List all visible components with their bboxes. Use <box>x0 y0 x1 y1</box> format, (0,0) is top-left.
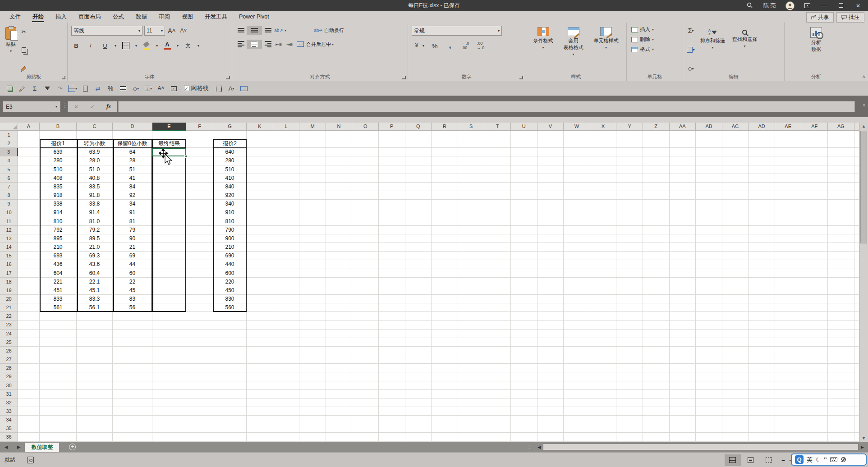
cell-C17[interactable]: 60.4 <box>77 269 113 278</box>
cell-F14[interactable] <box>186 243 213 252</box>
cell-AG5[interactable] <box>828 165 854 174</box>
cell-U30[interactable] <box>511 381 537 390</box>
cell-AD15[interactable] <box>749 252 775 260</box>
cell-N1[interactable] <box>326 131 353 139</box>
cell-W6[interactable] <box>564 174 590 183</box>
cell-M1[interactable] <box>299 131 326 139</box>
cell-G29[interactable] <box>213 372 247 381</box>
cell-AA3[interactable] <box>670 148 696 156</box>
cell-X19[interactable] <box>590 286 617 295</box>
cell-W12[interactable] <box>564 226 590 234</box>
cell-V19[interactable] <box>537 286 564 295</box>
cell-O21[interactable] <box>352 303 379 312</box>
cell-Q28[interactable] <box>405 364 432 372</box>
cell-O19[interactable] <box>352 286 379 295</box>
cell-AB7[interactable] <box>696 183 722 191</box>
ime-language-toggle[interactable]: 英 <box>807 456 813 464</box>
cell-D3[interactable]: 64 <box>113 148 152 156</box>
cell-A14[interactable] <box>18 243 40 252</box>
cell-AD21[interactable] <box>749 303 775 312</box>
cell-N36[interactable] <box>326 433 353 441</box>
cell-K8[interactable] <box>247 191 273 200</box>
cell-V22[interactable] <box>537 312 564 320</box>
insert-cells-button[interactable]: 插入▾ <box>629 25 680 34</box>
cell-Y17[interactable] <box>616 269 643 278</box>
cell-T17[interactable] <box>484 269 511 278</box>
format-as-table-button[interactable]: 套用 表格格式▾ <box>561 25 586 73</box>
cell-R33[interactable] <box>432 407 458 416</box>
row-height-icon[interactable]: ↕ <box>168 83 179 94</box>
cell-B23[interactable] <box>40 320 77 329</box>
cell-V12[interactable] <box>537 226 564 234</box>
cell-Z12[interactable] <box>643 226 670 234</box>
tab-review[interactable]: 审阅 <box>153 11 176 23</box>
cell-V5[interactable] <box>537 165 564 174</box>
borders-icon[interactable] <box>213 83 225 94</box>
cell-R27[interactable] <box>432 355 458 364</box>
cell-W28[interactable] <box>564 364 590 372</box>
cell-Q36[interactable] <box>405 433 432 441</box>
cell-K18[interactable] <box>247 278 273 286</box>
print-preview-icon[interactable] <box>79 83 91 94</box>
cell-AC14[interactable] <box>722 243 749 252</box>
cell-W26[interactable] <box>564 347 590 355</box>
cell-Z6[interactable] <box>643 174 670 183</box>
cell-N5[interactable] <box>326 165 353 174</box>
cell-AH1[interactable] <box>854 131 859 139</box>
cell-X11[interactable] <box>590 217 617 226</box>
cell-V23[interactable] <box>537 320 564 329</box>
column-header-AG[interactable]: AG <box>828 123 854 131</box>
cell-U11[interactable] <box>511 217 537 226</box>
cell-Z28[interactable] <box>643 364 670 372</box>
cell-O14[interactable] <box>352 243 379 252</box>
cell-B30[interactable] <box>40 381 77 390</box>
cell-T9[interactable] <box>484 200 511 208</box>
cell-W15[interactable] <box>564 252 590 260</box>
cell-AE21[interactable] <box>775 303 802 312</box>
cell-M16[interactable] <box>299 260 326 269</box>
cell-M33[interactable] <box>299 407 326 416</box>
cell-U19[interactable] <box>511 286 537 295</box>
cell-AH15[interactable] <box>854 252 859 260</box>
cell-A10[interactable] <box>18 208 40 217</box>
cell-U22[interactable] <box>511 312 537 320</box>
cell-Y13[interactable] <box>616 234 643 243</box>
cell-AG34[interactable] <box>828 416 854 424</box>
cell-AC36[interactable] <box>722 433 749 441</box>
cell-AA15[interactable] <box>670 252 696 260</box>
increase-indent-icon[interactable]: ⇥≡ <box>285 40 294 49</box>
cell-A28[interactable] <box>18 364 40 372</box>
cell-W36[interactable] <box>564 433 590 441</box>
cell-C20[interactable]: 83.3 <box>77 295 113 303</box>
cell-AG20[interactable] <box>828 295 854 303</box>
cell-F6[interactable] <box>186 174 213 183</box>
cell-F7[interactable] <box>186 183 213 191</box>
cell-Q20[interactable] <box>405 295 432 303</box>
cell-L24[interactable] <box>273 330 300 338</box>
cell-E21[interactable] <box>152 303 186 312</box>
cell-Z26[interactable] <box>643 347 670 355</box>
row-header-21[interactable]: 21 <box>0 303 18 312</box>
cell-L12[interactable] <box>273 226 300 234</box>
cell-AG27[interactable] <box>828 355 854 364</box>
cell-U25[interactable] <box>511 338 537 347</box>
align-left-icon[interactable] <box>236 40 246 49</box>
cell-AE2[interactable] <box>775 139 802 148</box>
maximize-button[interactable] <box>837 3 845 9</box>
cell-AH8[interactable] <box>854 191 859 200</box>
cell-AE16[interactable] <box>775 260 802 269</box>
cell-AC3[interactable] <box>722 148 749 156</box>
cell-AC31[interactable] <box>722 390 749 398</box>
cell-L19[interactable] <box>273 286 300 295</box>
cell-V21[interactable] <box>537 303 564 312</box>
wrap-text-icon[interactable]: ab↵ <box>313 26 323 35</box>
cell-U8[interactable] <box>511 191 537 200</box>
cell-U5[interactable] <box>511 165 537 174</box>
cell-O22[interactable] <box>352 312 379 320</box>
cell-D27[interactable] <box>113 355 152 364</box>
cell-T5[interactable] <box>484 165 511 174</box>
cell-Q6[interactable] <box>405 174 432 183</box>
cell-C6[interactable]: 40.8 <box>77 174 113 183</box>
bold-button[interactable]: B <box>71 41 81 50</box>
paste-button[interactable]: 粘贴▾ <box>3 25 19 73</box>
